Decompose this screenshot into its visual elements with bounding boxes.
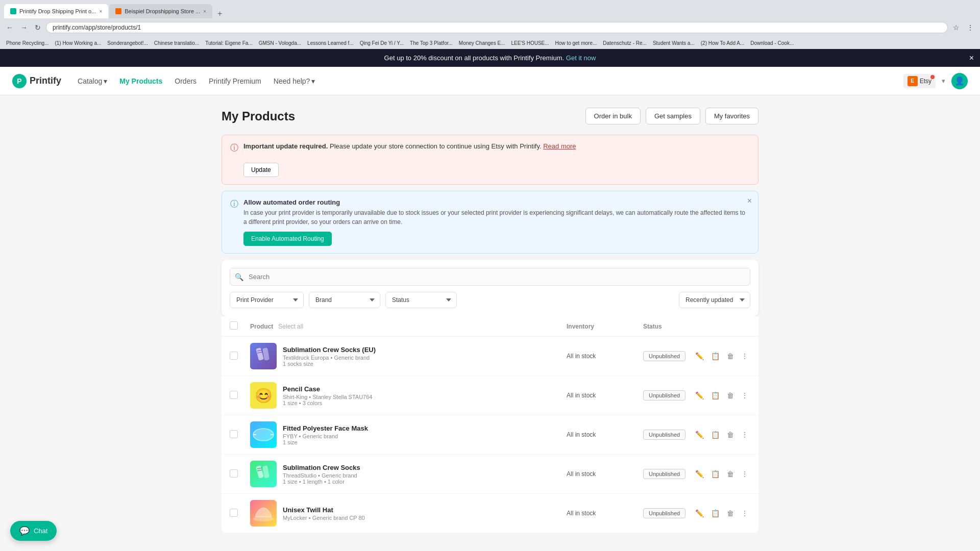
error-alert-text: Please update your store connection to c… [330, 142, 542, 150]
bookmark-2[interactable]: Sonderangebot!... [105, 40, 150, 46]
row5-product-details: Unisex Twill Hat MyLocker • Generic bran… [283, 506, 365, 521]
row2-edit-button[interactable]: ✏️ [693, 389, 706, 402]
nav-orders[interactable]: Orders [175, 75, 197, 87]
inactive-tab[interactable]: Beispiel Dropshipping Store ... × [109, 4, 212, 18]
row5-more-button[interactable]: ⋮ [739, 507, 750, 519]
get-samples-button[interactable]: Get samples [646, 108, 700, 124]
user-avatar[interactable]: 👤 [951, 73, 968, 89]
product-table: Product Select all Inventory Status [222, 316, 758, 533]
row1-edit-button[interactable]: ✏️ [693, 350, 706, 362]
chat-widget[interactable]: 💬 Chat [10, 521, 57, 541]
bookmark-5[interactable]: GMSN - Vologda... [257, 40, 303, 46]
row3-more-button[interactable]: ⋮ [739, 429, 750, 441]
bookmark-9[interactable]: Money Changes E... [457, 40, 507, 46]
row3-delete-button[interactable]: 🗑 [725, 429, 736, 441]
nav-logo[interactable]: P Printify [12, 74, 61, 88]
search-input[interactable] [230, 268, 750, 286]
row5-edit-button[interactable]: ✏️ [693, 507, 706, 519]
row3-thumbnail [250, 421, 277, 448]
row3-edit-button[interactable]: ✏️ [693, 429, 706, 441]
row4-copy-button[interactable]: 📋 [709, 468, 722, 480]
menu-button[interactable]: ⋮ [965, 22, 976, 33]
bookmark-8[interactable]: The Top 3 Platfor... [408, 40, 455, 46]
row2-more-button[interactable]: ⋮ [739, 389, 750, 402]
bookmark-10[interactable]: LEE'S HOUSE... [509, 40, 551, 46]
info-alert-text: In case your print provider is temporari… [243, 208, 750, 227]
error-alert-link[interactable]: Read more [543, 142, 576, 150]
bookmark-6[interactable]: Lessons Learned f... [305, 40, 356, 46]
order-bulk-button[interactable]: Order in bulk [585, 108, 641, 124]
bookmark-3[interactable]: Chinese translatio... [152, 40, 201, 46]
forward-button[interactable]: → [18, 22, 30, 33]
row2-actions: ✏️ 📋 🗑 ⋮ [720, 389, 750, 402]
browser-chrome: Printify Drop Shipping Print o... × Beis… [0, 0, 980, 37]
row2-copy-button[interactable]: 📋 [709, 389, 722, 402]
bookmark-7[interactable]: Qing Fei De Yi / Y... [358, 40, 406, 46]
row4-actions: ✏️ 📋 🗑 ⋮ [720, 468, 750, 480]
row4-edit-button[interactable]: ✏️ [693, 468, 706, 480]
store-name: Etsy [920, 78, 932, 85]
hat-image [252, 505, 275, 522]
row2-checkbox[interactable] [230, 391, 238, 399]
bookmark-13[interactable]: Student Wants a... [651, 40, 697, 46]
row5-checkbox-cell [230, 509, 250, 518]
tab-close-btn[interactable]: × [99, 9, 102, 14]
bookmark-12[interactable]: Datenschutz - Re... [601, 40, 649, 46]
row5-inventory: All in stock [567, 510, 643, 517]
select-all-checkbox[interactable] [230, 321, 238, 330]
nav-right: E Etsy ▾ 👤 [903, 73, 968, 89]
row3-checkbox[interactable] [230, 430, 238, 438]
row4-delete-button[interactable]: 🗑 [725, 468, 736, 480]
row1-inventory: All in stock [567, 353, 643, 360]
back-button[interactable]: ← [4, 22, 15, 33]
nav-premium[interactable]: Printify Premium [209, 75, 261, 87]
bookmark-0[interactable]: Phone Recycling... [4, 40, 51, 46]
update-button[interactable]: Update [243, 163, 279, 177]
row1-checkbox[interactable] [230, 352, 238, 360]
nav-help[interactable]: Need help? ▾ [274, 75, 315, 87]
row3-copy-button[interactable]: 📋 [709, 429, 722, 441]
row4-more-button[interactable]: ⋮ [739, 468, 750, 480]
nav-catalog[interactable]: Catalog ▾ [78, 75, 107, 87]
row4-checkbox[interactable] [230, 469, 238, 478]
row4-status-badge: Unpublished [643, 469, 685, 479]
store-badge[interactable]: E Etsy [903, 74, 936, 88]
banner-close-button[interactable]: × [969, 54, 974, 63]
bookmark-11[interactable]: How to get more... [553, 40, 599, 46]
reload-button[interactable]: ↻ [33, 22, 43, 33]
new-tab-button[interactable]: + [213, 9, 226, 18]
row3-product-meta2: 1 size [283, 439, 368, 445]
bookmark-4[interactable]: Tutorial: Eigene Fa... [203, 40, 254, 46]
nav-my-products[interactable]: My Products [119, 75, 162, 87]
table-row: Fitted Polyester Face Mask FYBY • Generi… [222, 415, 758, 455]
etsy-icon: E [908, 76, 918, 86]
row1-delete-button[interactable]: 🗑 [725, 350, 736, 362]
store-dropdown-arrow-icon[interactable]: ▾ [942, 77, 945, 85]
info-alert-close-button[interactable]: × [747, 196, 752, 206]
bookmark-15[interactable]: Download - Cook... [748, 40, 796, 46]
row1-copy-button[interactable]: 📋 [709, 350, 722, 362]
row5-copy-button[interactable]: 📋 [709, 507, 722, 519]
row4-product-details: Sublimation Crew Socks ThreadStudio • Ge… [283, 464, 360, 485]
table-row: Unisex Twill Hat MyLocker • Generic bran… [222, 494, 758, 533]
bookmark-1[interactable]: (1) How Working a... [53, 40, 103, 46]
row1-more-button[interactable]: ⋮ [739, 350, 750, 362]
address-bar[interactable] [46, 22, 948, 33]
row5-delete-button[interactable]: 🗑 [725, 507, 736, 519]
print-provider-filter[interactable]: Print Provider Textildruck Europa Shirt-… [230, 292, 304, 308]
status-filter[interactable]: Status Published Unpublished [385, 292, 457, 308]
table-row: 😊 Pencil Case Shirt-King • Stanley Stell… [222, 376, 758, 415]
row5-checkbox[interactable] [230, 509, 238, 517]
notification-dot [930, 75, 935, 79]
bookmark-14[interactable]: (2) How To Add A... [699, 40, 746, 46]
brand-filter[interactable]: Brand Generic brand Stanley Stella [309, 292, 380, 308]
sort-filter[interactable]: Recently updated Newest first Oldest fir… [679, 292, 750, 308]
row1-thumbnail [250, 343, 277, 369]
my-favorites-button[interactable]: My favorites [705, 108, 758, 124]
bookmark-button[interactable]: ☆ [951, 22, 962, 33]
enable-routing-button[interactable]: Enable Automated Routing [243, 232, 332, 246]
banner-cta[interactable]: Get it now [566, 54, 596, 62]
row2-delete-button[interactable]: 🗑 [725, 389, 736, 402]
tab2-close-btn[interactable]: × [203, 9, 206, 14]
active-tab[interactable]: Printify Drop Shipping Print o... × [4, 4, 108, 18]
